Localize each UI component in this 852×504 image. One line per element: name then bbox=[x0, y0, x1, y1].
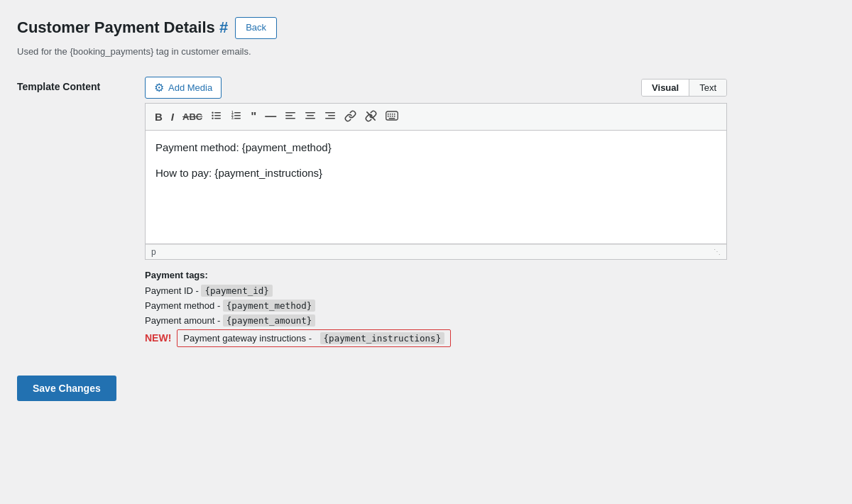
editor-toolbar: B I ABC 1.2.3. " — bbox=[146, 104, 726, 131]
hr-button[interactable]: — bbox=[261, 109, 280, 124]
align-right-button[interactable] bbox=[321, 108, 339, 125]
payment-amount-tag[interactable]: {payment_amount} bbox=[223, 314, 315, 327]
payment-tags-title: Payment tags: bbox=[145, 270, 727, 280]
svg-rect-19 bbox=[328, 115, 335, 116]
editor-container: ⚙ Add Media Visual Text B I ABC bbox=[145, 77, 727, 347]
add-media-icon: ⚙ bbox=[154, 81, 164, 94]
form-row: Template Content ⚙ Add Media Visual Text… bbox=[17, 77, 835, 347]
payment-id-label: Payment ID - bbox=[145, 285, 201, 296]
blockquote-button[interactable]: " bbox=[247, 109, 260, 125]
payment-method-tag[interactable]: {payment_method} bbox=[223, 300, 315, 312]
bullet-list-button[interactable] bbox=[207, 108, 226, 125]
editor-top-bar: ⚙ Add Media Visual Text bbox=[145, 77, 727, 99]
payment-tag-row-amount: Payment amount - {payment_amount} bbox=[145, 314, 727, 327]
add-media-button[interactable]: ⚙ Add Media bbox=[145, 77, 222, 99]
editor-line-1: Payment method: {payment_method} bbox=[155, 139, 716, 156]
wp-editor-wrap: B I ABC 1.2.3. " — bbox=[145, 103, 727, 260]
new-row-content: Payment gateway instructions - {payment_… bbox=[177, 329, 451, 347]
editor-path-bar: p ⋱ bbox=[146, 244, 726, 259]
align-left-button[interactable] bbox=[281, 108, 300, 125]
page-title-text: Customer Payment Details bbox=[17, 18, 215, 36]
align-center-button[interactable] bbox=[301, 108, 320, 125]
svg-rect-18 bbox=[325, 112, 335, 114]
payment-tags-section: Payment tags: Payment ID - {payment_id} … bbox=[145, 270, 727, 347]
new-badge: NEW! bbox=[145, 332, 171, 344]
payment-tag-row-id: Payment ID - {payment_id} bbox=[145, 285, 727, 297]
svg-rect-2 bbox=[214, 118, 221, 119]
italic-button[interactable]: I bbox=[168, 109, 178, 124]
new-row-label-text: Payment gateway instructions - bbox=[183, 333, 312, 344]
tab-text[interactable]: Text bbox=[689, 80, 726, 96]
add-media-label: Add Media bbox=[168, 82, 212, 93]
link-button[interactable] bbox=[341, 108, 360, 126]
back-button[interactable]: Back bbox=[235, 17, 277, 39]
header-row: Customer Payment Details # Back bbox=[17, 17, 835, 39]
numbered-list-button[interactable]: 1.2.3. bbox=[227, 108, 246, 125]
svg-rect-14 bbox=[285, 118, 295, 119]
svg-point-4 bbox=[212, 115, 213, 116]
svg-rect-12 bbox=[285, 112, 295, 114]
svg-rect-0 bbox=[214, 112, 221, 114]
svg-rect-20 bbox=[325, 118, 335, 119]
svg-point-3 bbox=[212, 112, 213, 114]
editor-line-2: How to pay: {payment_instructions} bbox=[155, 165, 716, 182]
editor-content-area[interactable]: Payment method: {payment_method} How to … bbox=[146, 131, 726, 244]
svg-rect-8 bbox=[234, 118, 241, 119]
payment-tag-row-method: Payment method - {payment_method} bbox=[145, 300, 727, 312]
payment-amount-label: Payment amount - bbox=[145, 315, 223, 326]
svg-text:3.: 3. bbox=[231, 116, 234, 120]
page-subtitle: Used for the {booking_payments} tag in c… bbox=[17, 46, 835, 57]
bold-button[interactable]: B bbox=[151, 109, 166, 124]
unlink-button[interactable] bbox=[361, 108, 381, 126]
editor-path-text: p bbox=[151, 247, 156, 257]
template-content-label: Template Content bbox=[17, 77, 131, 92]
payment-id-tag[interactable]: {payment_id} bbox=[201, 285, 272, 297]
svg-rect-7 bbox=[234, 115, 241, 116]
svg-rect-16 bbox=[307, 115, 314, 116]
anchor-hash-link[interactable]: # bbox=[219, 18, 228, 36]
visual-text-tabs: Visual Text bbox=[641, 79, 727, 97]
strikethrough-button[interactable]: ABC bbox=[179, 110, 206, 124]
save-changes-button[interactable]: Save Changes bbox=[17, 376, 116, 401]
new-payment-gateway-row: NEW! Payment gateway instructions - {pay… bbox=[145, 329, 727, 347]
resize-handle[interactable]: ⋱ bbox=[714, 248, 721, 256]
svg-rect-6 bbox=[234, 112, 241, 114]
tab-visual[interactable]: Visual bbox=[642, 80, 689, 96]
svg-rect-15 bbox=[305, 112, 315, 114]
svg-rect-17 bbox=[305, 118, 315, 119]
page-title: Customer Payment Details # bbox=[17, 18, 228, 37]
svg-point-5 bbox=[212, 118, 213, 119]
payment-instructions-tag[interactable]: {payment_instructions} bbox=[320, 332, 445, 344]
svg-rect-1 bbox=[214, 115, 221, 116]
payment-method-label: Payment method - bbox=[145, 300, 223, 311]
keyboard-shortcut-button[interactable] bbox=[382, 109, 402, 124]
page-container: Customer Payment Details # Back Used for… bbox=[17, 17, 835, 401]
svg-rect-13 bbox=[285, 115, 293, 116]
